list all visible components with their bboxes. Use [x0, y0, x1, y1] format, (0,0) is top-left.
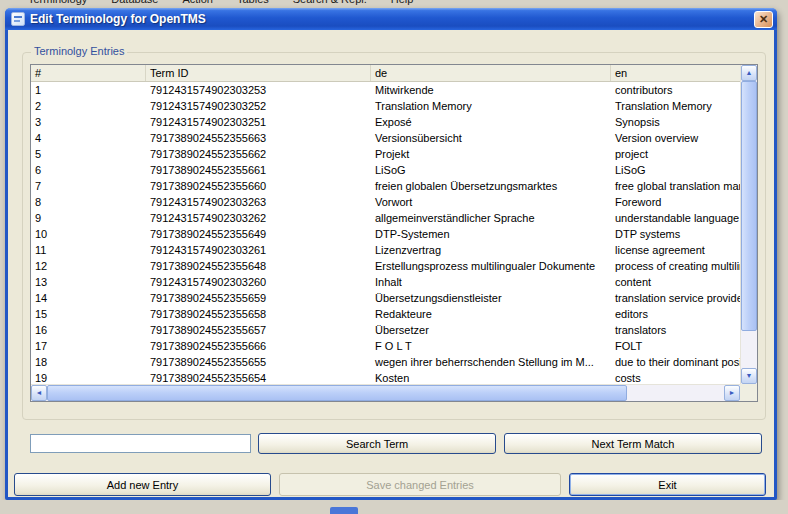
vertical-scrollbar-thumb[interactable]	[741, 81, 757, 331]
add-new-entry-button[interactable]: Add new Entry	[14, 473, 271, 496]
table-cell: Translation Memory	[611, 98, 740, 114]
table-cell: 8	[31, 194, 146, 210]
terminology-table: # Term ID de en 17912431574902303253Mitw…	[30, 64, 758, 402]
table-cell: 13	[31, 274, 146, 290]
table-cell: 4	[31, 130, 146, 146]
dialog-body: Terminolgy Entries # Term ID de en 17912…	[8, 30, 774, 497]
dialog-title: Edit Terminology for OpenTMS	[30, 12, 754, 26]
table-row[interactable]: 97912431574902303262allgemeinverständlic…	[31, 210, 740, 226]
table-row[interactable]: 67917389024552355661LiSoGLiSoG	[31, 162, 740, 178]
table-cell: content	[611, 274, 740, 290]
table-header: # Term ID de en	[31, 65, 740, 82]
table-row[interactable]: 57917389024552355662Projektproject	[31, 146, 740, 162]
column-header-de[interactable]: de	[371, 65, 611, 81]
menu-item: Action	[182, 0, 213, 5]
menu-item: Help	[391, 0, 414, 5]
column-header-number[interactable]: #	[31, 65, 146, 81]
table-cell: 7912431574902303252	[146, 98, 371, 114]
table-row[interactable]: 127917389024552355648Erstellungsprozess …	[31, 258, 740, 274]
close-icon[interactable]: ✕	[754, 11, 773, 28]
menu-item: Tables	[237, 0, 269, 5]
table-row[interactable]: 27912431574902303252Translation MemoryTr…	[31, 98, 740, 114]
column-header-term-id[interactable]: Term ID	[146, 65, 371, 81]
table-row[interactable]: 47917389024552355663VersionsübersichtVer…	[31, 130, 740, 146]
table-cell: 7912431574902303251	[146, 114, 371, 130]
table-cell: Translation Memory	[371, 98, 611, 114]
table-cell: Erstellungsprozess multilingualer Dokume…	[371, 258, 611, 274]
table-cell: 2	[31, 98, 146, 114]
table-cell: editors	[611, 306, 740, 322]
table-cell: 7917389024552355660	[146, 178, 371, 194]
table-row[interactable]: 167917389024552355657Übersetzertranslato…	[31, 322, 740, 338]
table-cell: 7	[31, 178, 146, 194]
table-cell: 7917389024552355659	[146, 290, 371, 306]
table-cell: Projekt	[371, 146, 611, 162]
table-cell: 7917389024552355654	[146, 370, 371, 384]
table-row[interactable]: 87912431574902303263VorwortForeword	[31, 194, 740, 210]
table-cell: Kosten	[371, 370, 611, 384]
table-cell: understandable language	[611, 210, 740, 226]
table-row[interactable]: 77917389024552355660freien globalen Über…	[31, 178, 740, 194]
table-cell: 7917389024552355663	[146, 130, 371, 146]
table-cell: DTP-Systemen	[371, 226, 611, 242]
table-cell: 3	[31, 114, 146, 130]
table-row[interactable]: 187917389024552355655wegen ihrer beherrs…	[31, 354, 740, 370]
table-row[interactable]: 37912431574902303251ExposéSynopsis	[31, 114, 740, 130]
scroll-up-icon[interactable]: ▲	[741, 65, 757, 81]
table-cell: 12	[31, 258, 146, 274]
table-cell: 7917389024552355655	[146, 354, 371, 370]
table-row[interactable]: 117912431574902303261Lizenzvertraglicens…	[31, 242, 740, 258]
search-term-input[interactable]	[30, 434, 251, 453]
table-row[interactable]: 107917389024552355649DTP-SystemenDTP sys…	[31, 226, 740, 242]
table-cell: 19	[31, 370, 146, 384]
table-cell: 7912431574902303263	[146, 194, 371, 210]
scroll-down-icon[interactable]: ▼	[741, 368, 757, 384]
table-cell: LiSoG	[611, 162, 740, 178]
table-cell: license agreement	[611, 242, 740, 258]
table-row[interactable]: 177917389024552355666F O L TFOLT	[31, 338, 740, 354]
horizontal-scrollbar-thumb[interactable]	[47, 385, 627, 401]
background-window-edge	[0, 500, 788, 514]
vertical-scrollbar[interactable]: ▲ ▼	[740, 65, 757, 384]
horizontal-scrollbar[interactable]: ◄ ►	[31, 384, 740, 401]
table-cell: Mitwirkende	[371, 82, 611, 98]
table-cell: FOLT	[611, 338, 740, 354]
table-row[interactable]: 157917389024552355658Redakteureeditors	[31, 306, 740, 322]
table-cell: 14	[31, 290, 146, 306]
menu-item: Database	[111, 0, 158, 5]
edit-terminology-dialog: Edit Terminology for OpenTMS ✕ Terminolg…	[5, 8, 777, 500]
scroll-left-icon[interactable]: ◄	[31, 385, 47, 401]
window-icon	[11, 12, 25, 26]
terminology-entries-group: Terminolgy Entries # Term ID de en 17912…	[22, 52, 766, 420]
table-cell: 18	[31, 354, 146, 370]
table-cell: 7917389024552355657	[146, 322, 371, 338]
table-cell: 7912431574902303261	[146, 242, 371, 258]
table-cell: translation service provider	[611, 290, 740, 306]
background-menubar: TerminologyDatabaseActionTablesSearch & …	[0, 0, 788, 8]
table-cell: 9	[31, 210, 146, 226]
table-row[interactable]: 197917389024552355654Kostencosts	[31, 370, 740, 384]
next-term-match-button[interactable]: Next Term Match	[504, 433, 762, 454]
table-cell: F O L T	[371, 338, 611, 354]
table-cell: due to their dominant positio	[611, 354, 740, 370]
column-header-en[interactable]: en	[611, 65, 740, 81]
table-cell: Lizenzvertrag	[371, 242, 611, 258]
table-cell: DTP systems	[611, 226, 740, 242]
table-cell: LiSoG	[371, 162, 611, 178]
exit-button[interactable]: Exit	[569, 473, 766, 496]
titlebar[interactable]: Edit Terminology for OpenTMS ✕	[5, 8, 777, 30]
table-cell: wegen ihrer beherrschenden Stellung im M…	[371, 354, 611, 370]
table-cell: Übersetzer	[371, 322, 611, 338]
table-cell: Exposé	[371, 114, 611, 130]
table-cell: Versionsübersicht	[371, 130, 611, 146]
scroll-right-icon[interactable]: ►	[724, 385, 740, 401]
table-cell: translators	[611, 322, 740, 338]
table-cell: contributors	[611, 82, 740, 98]
table-row[interactable]: 17912431574902303253Mitwirkendecontribut…	[31, 82, 740, 98]
table-cell: 17	[31, 338, 146, 354]
table-row[interactable]: 137912431574902303260Inhaltcontent	[31, 274, 740, 290]
table-cell: Inhalt	[371, 274, 611, 290]
table-cell: 5	[31, 146, 146, 162]
table-row[interactable]: 147917389024552355659Übersetzungsdienstl…	[31, 290, 740, 306]
search-term-button[interactable]: Search Term	[258, 433, 496, 454]
